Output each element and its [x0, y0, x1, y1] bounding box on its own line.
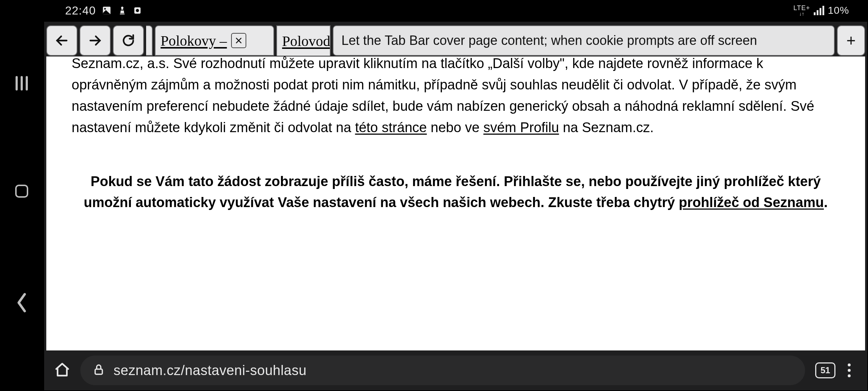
home-button[interactable]	[15, 185, 28, 198]
new-tab-button[interactable]: +	[837, 25, 865, 56]
nav-back-button[interactable]	[46, 25, 77, 56]
tab-bar: Polokovy – Polovod Let the Tab Bar cover…	[44, 22, 867, 56]
reload-button[interactable]	[113, 25, 144, 56]
tabbar-hint[interactable]: Let the Tab Bar cover page content; when…	[333, 25, 835, 56]
battery-percent: 10%	[828, 5, 849, 16]
chess-notification-icon	[118, 6, 127, 15]
svg-point-1	[104, 8, 106, 10]
consent-bold-paragraph: Pokud se Vám tato žádost zobrazuje příli…	[72, 171, 840, 214]
browser-window: Polokovy – Polovod Let the Tab Bar cover…	[43, 21, 868, 391]
consent-paragraph: Seznam.cz, a.s. Své rozhodnutí můžete up…	[72, 56, 840, 138]
tabbar-hint-text: Let the Tab Bar cover page content; when…	[341, 33, 757, 48]
tab-title: Polokovy –	[161, 32, 227, 49]
svg-rect-8	[95, 369, 102, 374]
status-time: 22:40	[65, 4, 96, 17]
battery-icon	[853, 4, 861, 17]
tab-fragment[interactable]	[146, 25, 153, 56]
address-bar[interactable]: seznam.cz/nastaveni-souhlasu	[80, 356, 805, 385]
tab-count-button[interactable]: 51	[815, 362, 835, 378]
address-bar-url: seznam.cz/nastaveni-souhlasu	[114, 363, 307, 378]
tab-polovod[interactable]: Polovod	[276, 25, 331, 56]
link-prohlizec-od-seznamu[interactable]: prohlížeč od Seznamu	[679, 195, 824, 210]
link-svem-profilu[interactable]: svém Profilu	[484, 120, 559, 135]
browser-bottom-bar: seznam.cz/nastaveni-souhlasu 51	[44, 350, 867, 390]
plus-icon: +	[846, 31, 856, 50]
network-type-icon: LTE+↓↑	[793, 5, 810, 16]
nav-forward-button[interactable]	[80, 25, 111, 56]
recents-button[interactable]	[16, 76, 28, 91]
android-status-bar: 22:40 LTE+↓↑ 10%	[0, 0, 868, 21]
back-button[interactable]	[14, 292, 29, 315]
tab-count-value: 51	[821, 365, 830, 375]
overflow-menu-button[interactable]	[846, 363, 853, 377]
browser-home-button[interactable]	[54, 362, 70, 379]
tab-polokovy[interactable]: Polokovy –	[155, 25, 274, 56]
link-teto-strance[interactable]: této stránce	[355, 120, 427, 135]
close-tab-button[interactable]	[231, 33, 246, 48]
lock-icon	[93, 363, 105, 377]
image-notification-icon	[102, 5, 112, 16]
square-notification-icon	[133, 6, 142, 15]
svg-point-3	[136, 9, 139, 12]
signal-icon	[814, 6, 824, 15]
android-nav-rail	[0, 0, 43, 391]
tab-title: Polovod	[282, 33, 330, 50]
page-viewport[interactable]: Seznam.cz, a.s. Své rozhodnutí můžete up…	[46, 56, 865, 388]
